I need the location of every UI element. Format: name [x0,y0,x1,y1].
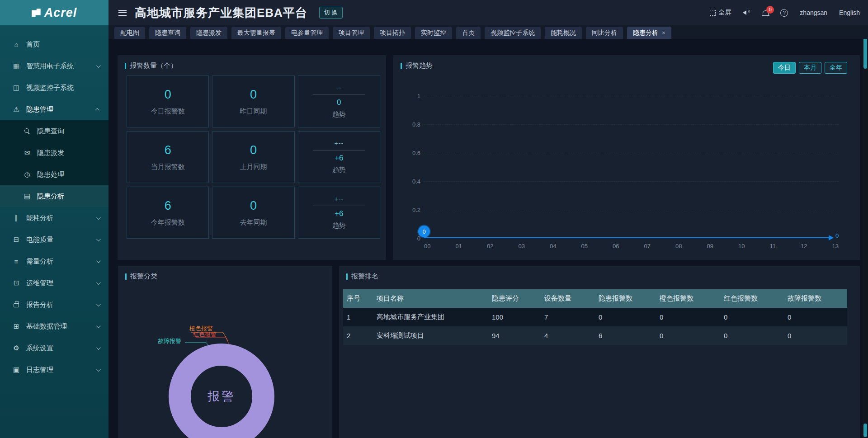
sidebar-item-label: 隐患查询 [37,127,64,136]
chevron-down-icon [96,63,101,68]
sidebar-item-label: 系统设置 [26,344,53,353]
sidebar-item-system-settings[interactable]: ⚙ 系统设置 [0,337,108,359]
hazard-submenu: 隐患查询 ✉ 隐患派发 ◷ 隐患处理 ▤ 隐患分析 [0,120,108,207]
sidebar-item-label: 电能质量 [26,235,53,244]
stat-label: 去年同期 [240,218,267,227]
logo: Acrel [0,0,108,25]
clock-icon: ◷ [23,170,32,179]
notification-badge: 0 [766,6,774,14]
sidebar-item-demand-analysis[interactable]: ≡ 需量分析 [0,250,108,272]
sidebar-item-label: 需量分析 [26,257,53,266]
range-year-button[interactable]: 全年 [825,62,847,74]
stat-label: 趋势 [332,110,346,119]
tab-energy-overview[interactable]: 能耗概况 [545,27,582,39]
stat-label: 趋势 [332,221,346,230]
tab-project-mgmt[interactable]: 项目管理 [333,27,370,39]
help-icon[interactable]: ? [780,9,788,17]
log-icon: ▣ [12,366,21,374]
fullscreen-label: 全屏 [718,9,731,17]
series-end-value: 0 [835,232,839,239]
toolbox-icon: ⊡ [12,279,21,287]
tab-peidiantu[interactable]: 配电图 [114,27,145,39]
warning-icon: ⚠ [12,105,21,113]
fullscreen-button[interactable]: 全屏 [710,9,731,17]
chevron-down-icon [96,324,101,328]
sidebar-item-log-mgmt[interactable]: ▣ 日志管理 [0,359,108,381]
tab-param-mgmt[interactable]: 电参量管理 [285,27,329,39]
range-today-button[interactable]: 今日 [773,62,796,74]
chart-icon: ▦ [12,62,21,70]
stat-card-trend-month: +-- +6 趋势 [298,131,380,183]
stat-card-last-month: 0 上月同期 [212,131,294,183]
alarm-count-cards: 0 今日报警数 0 昨日同期 -- 0 趋势 6 当月报警数 [127,75,380,239]
range-month-button[interactable]: 本月 [799,62,821,74]
trend-value: +6 [335,154,343,163]
tab-home[interactable]: 首页 [456,27,481,39]
username[interactable]: zhangsan [800,9,827,16]
close-icon[interactable]: × [662,29,665,36]
sidebar-item-hazard-mgmt[interactable]: ⚠ 隐患管理 [0,99,108,120]
tab-max-demand-report[interactable]: 最大需量报表 [231,27,281,39]
col-hazard-alarms: 隐患报警数 [595,289,656,308]
gridline [424,210,839,210]
mute-icon[interactable] [743,10,751,15]
trend-range-buttons: 今日 本月 全年 [773,62,847,74]
sidebar-item-hazard-dispatch[interactable]: ✉ 隐患派发 [0,142,108,164]
lock-icon [12,301,21,309]
app-root: Acrel ⌂ 首页 ▦ 智慧用电子系统 ◫ 视频监控子系统 ⚠ 隐患管理 [0,0,868,438]
tab-video-subsystem[interactable]: 视频监控子系统 [485,27,541,39]
divider [313,206,365,206]
stat-value: 0 [250,199,257,213]
stat-card-today: 0 今日报警数 [127,75,209,127]
stat-label: 上月同期 [240,163,267,171]
sidebar-item-power-quality[interactable]: ⊟ 电能质量 [0,229,108,250]
scrollbar-thumb-bottom[interactable] [863,424,867,437]
stat-card-trend-year: +-- +6 趋势 [298,187,380,239]
tab-project-topology[interactable]: 项目拓扑 [374,27,411,39]
sidebar-item-label: 隐患处理 [37,170,64,179]
gear-icon: ⚙ [12,344,21,352]
alarm-count-panel: 报警数量（个） 0 今日报警数 0 昨日同期 -- 0 趋势 6 [118,55,386,260]
sidebar-item-label: 隐患分析 [37,192,64,201]
tab-hazard-analysis[interactable]: 隐患分析 × [627,27,671,39]
sidebar-item-hazard-query[interactable]: 隐患查询 [0,120,108,142]
tab-hazard-dispatch[interactable]: 隐患派发 [190,27,227,39]
gridline [424,124,839,125]
sidebar-item-video-monitor[interactable]: ◫ 视频监控子系统 [0,77,108,99]
sidebar-item-energy-analysis[interactable]: ∥ 能耗分析 [0,207,108,229]
sidebar-item-hazard-analysis[interactable]: ▤ 隐患分析 [0,185,108,207]
sidebar: Acrel ⌂ 首页 ▦ 智慧用电子系统 ◫ 视频监控子系统 ⚠ 隐患管理 [0,0,108,438]
chevron-up-icon [95,108,99,112]
chevron-down-icon [96,302,101,306]
sidebar-item-basic-data[interactable]: ⊞ 基础数据管理 [0,316,108,337]
sidebar-item-hazard-handle[interactable]: ◷ 隐患处理 [0,164,108,185]
language-switch[interactable]: English [839,9,860,16]
divider [313,150,365,151]
sidebar-menu: ⌂ 首页 ▦ 智慧用电子系统 ◫ 视频监控子系统 ⚠ 隐患管理 隐患查询 [0,25,108,381]
sidebar-item-report-analysis[interactable]: 报告分析 [0,294,108,316]
tab-yoy-analysis[interactable]: 同比分析 [586,27,623,39]
notification-bell[interactable]: 0 [763,10,769,15]
table-row[interactable]: 2 安科瑞测试项目 94 4 6 0 0 0 [343,326,847,345]
trend-value: +6 [335,209,343,218]
logo-text: Acrel [44,6,77,20]
tab-hazard-query[interactable]: 隐患查询 [149,27,186,39]
table-row[interactable]: 1 高地城市服务产业集团 100 7 0 0 0 0 [343,308,847,326]
sidebar-item-smart-power[interactable]: ▦ 智慧用电子系统 [0,55,108,77]
chevron-down-icon [96,259,101,263]
document-icon: ▤ [23,192,32,200]
stat-value: 0 [165,88,171,102]
stat-label: 今日报警数 [151,107,185,116]
sidebar-item-om-mgmt[interactable]: ⊡ 运维管理 [0,272,108,294]
chevron-down-icon [96,280,101,285]
collapse-menu-icon[interactable] [118,10,127,16]
table-header-row: 序号 项目名称 隐患评分 设备数量 隐患报警数 橙色报警数 红色报警数 故障报警… [343,289,847,308]
tab-realtime-monitor[interactable]: 实时监控 [415,27,452,39]
sidebar-item-home[interactable]: ⌂ 首页 [0,33,108,55]
switch-button[interactable]: 切 换 [319,7,343,19]
stat-card-yesterday: 0 昨日同期 [212,75,294,127]
y-tick: 0.4 [399,178,420,185]
gridline [424,96,839,96]
stat-value: 0 [250,88,257,102]
sidebar-item-label: 隐患派发 [37,149,64,157]
